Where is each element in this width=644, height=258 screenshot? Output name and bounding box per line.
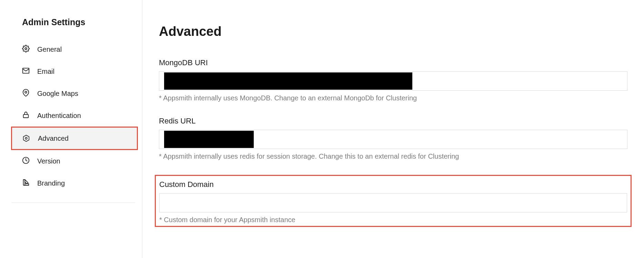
svg-point-5: [25, 137, 27, 139]
svg-point-2: [25, 91, 27, 93]
hexagon-icon: [22, 134, 30, 142]
sidebar-divider: [12, 202, 135, 203]
sidebar-item-label: Google Maps: [37, 90, 78, 98]
sidebar-item-label: Version: [37, 157, 60, 165]
map-pin-icon: [22, 89, 30, 98]
mongodb-uri-hint: * Appsmith internally uses MongoDB. Chan…: [159, 94, 627, 102]
redacted-value: [164, 72, 412, 90]
sidebar-item-label: Authentication: [37, 112, 81, 120]
gear-icon: [22, 45, 30, 54]
page-title: Advanced: [159, 24, 627, 39]
sidebar-item-branding[interactable]: Branding: [22, 172, 135, 194]
sidebar-item-label: Branding: [37, 179, 65, 187]
mongodb-uri-group: MongoDB URI * Appsmith internally uses M…: [159, 58, 627, 102]
mail-icon: [22, 67, 30, 76]
swatch-icon: [22, 179, 30, 188]
sidebar-item-advanced[interactable]: Advanced: [11, 127, 138, 150]
sidebar-item-advanced-wrap: Advanced: [11, 127, 138, 150]
mongodb-uri-input[interactable]: [159, 71, 627, 91]
svg-marker-4: [23, 135, 29, 141]
sidebar-item-general[interactable]: General: [22, 38, 135, 60]
custom-domain-label: Custom Domain: [159, 180, 627, 189]
sidebar-title: Admin Settings: [22, 17, 135, 27]
custom-domain-input[interactable]: [159, 193, 627, 212]
svg-point-0: [25, 48, 27, 50]
clock-icon: [22, 157, 30, 166]
main-content: Advanced MongoDB URI * Appsmith internal…: [142, 0, 644, 258]
custom-domain-hint: * Custom domain for your Appsmith instan…: [159, 216, 627, 224]
sidebar-item-label: Advanced: [38, 135, 69, 142]
redis-url-group: Redis URL * Appsmith internally uses red…: [159, 117, 627, 160]
sidebar-item-authentication[interactable]: Authentication: [22, 105, 135, 127]
sidebar-item-label: Email: [37, 68, 54, 76]
lock-icon: [22, 111, 30, 120]
sidebar: Admin Settings General Email Google Maps…: [0, 0, 142, 258]
sidebar-item-google-maps[interactable]: Google Maps: [22, 82, 135, 105]
sidebar-item-label: General: [37, 46, 62, 53]
mongodb-uri-label: MongoDB URI: [159, 58, 627, 67]
redis-url-hint: * Appsmith internally uses redis for ses…: [159, 152, 627, 160]
redis-url-label: Redis URL: [159, 117, 627, 126]
sidebar-item-email[interactable]: Email: [22, 60, 135, 82]
redacted-value: [164, 131, 254, 148]
custom-domain-group: Custom Domain * Custom domain for your A…: [155, 175, 632, 227]
svg-rect-3: [23, 115, 29, 118]
redis-url-input[interactable]: [159, 130, 627, 149]
sidebar-item-version[interactable]: Version: [22, 150, 135, 172]
